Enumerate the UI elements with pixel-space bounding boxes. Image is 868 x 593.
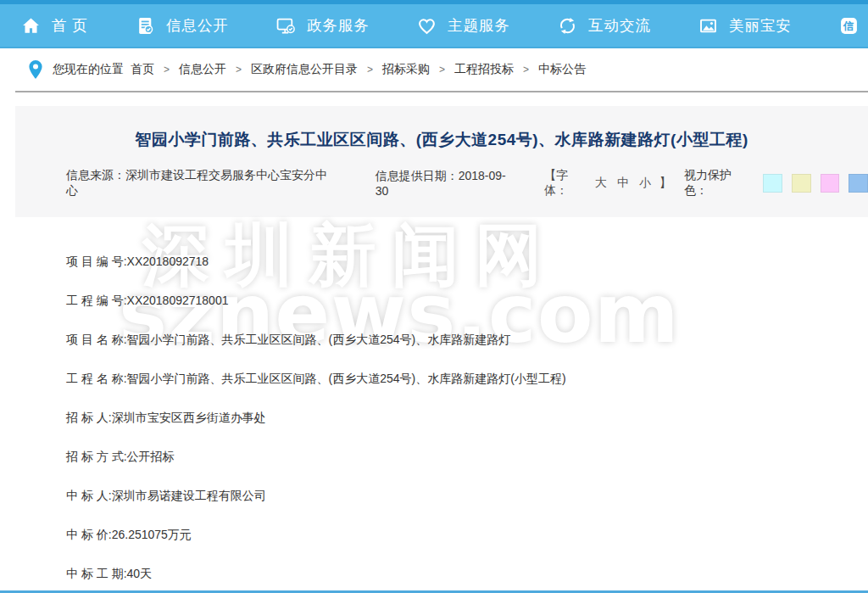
svg-text:信: 信 xyxy=(843,20,855,32)
detail-line-project-no: 项 目 编 号:XX2018092718 xyxy=(66,253,868,270)
credit-badge-icon: 信 xyxy=(839,16,859,36)
eye-color-swatch-blue[interactable] xyxy=(849,174,868,193)
refresh-arrows-icon xyxy=(558,16,577,36)
eye-color-swatch-cyan[interactable] xyxy=(763,174,782,193)
nav-item-home[interactable]: 首 页 xyxy=(21,15,88,36)
image-icon xyxy=(698,16,718,36)
breadcrumb-separator: > xyxy=(523,64,529,76)
nav-item-info-disclosure[interactable]: 信息公开 xyxy=(136,15,229,36)
home-icon xyxy=(21,16,41,36)
detail-line-tender-method: 招 标 方 式:公开招标 xyxy=(66,448,868,465)
eye-color-swatch-yellow[interactable] xyxy=(792,174,811,193)
location-pin-icon xyxy=(28,59,43,80)
nav-item-beautiful-baoan[interactable]: 美丽宝安 xyxy=(698,15,792,36)
font-control-open: 【字体： xyxy=(544,168,590,199)
breadcrumb-separator: > xyxy=(367,64,373,76)
nav-item-label: 首 页 xyxy=(52,15,88,36)
nav-item-interaction[interactable]: 互动交流 xyxy=(558,15,651,36)
detail-line-work-name: 工 程 名 称:智园小学门前路、共乐工业区区间路、(西乡大道254号)、水库路新… xyxy=(66,370,868,387)
breadcrumb-item-procurement[interactable]: 招标采购 xyxy=(382,62,430,77)
info-date: 信息提供日期：2018-09-30 xyxy=(376,169,517,198)
info-source: 信息来源：深圳市建设工程交易服务中心宝安分中心 xyxy=(66,168,336,199)
breadcrumb-item-info[interactable]: 信息公开 xyxy=(179,62,226,77)
nav-item-gov-services[interactable]: 政务服务 xyxy=(276,15,370,36)
breadcrumb-item-bidding[interactable]: 工程招投标 xyxy=(454,62,514,77)
nav-item-credit-baoan[interactable]: 信 信用宝安 xyxy=(839,15,868,36)
article-meta: 信息来源：深圳市建设工程交易服务中心宝安分中心 信息提供日期：2018-09-3… xyxy=(15,173,868,193)
nav-item-theme-services[interactable]: 主题服务 xyxy=(417,15,510,36)
detail-line-winning-price: 中 标 价:26.251075万元 xyxy=(66,526,868,543)
detail-line-winner: 中 标 人:深圳市易诺建设工程有限公司 xyxy=(66,487,868,504)
article-body: 深圳新闻网 sznews.com 项 目 编 号:XX2018092718 工 … xyxy=(0,217,868,582)
font-size-small-button[interactable]: 小 xyxy=(639,176,651,191)
font-control-close: 】 xyxy=(659,176,671,191)
breadcrumb-prefix: 您现在的位置 xyxy=(53,62,124,77)
info-source-label: 信息来源： xyxy=(66,168,125,182)
article-header-panel: 智园小学门前路、共乐工业区区间路、(西乡大道254号)、水库路新建路灯(小型工程… xyxy=(15,106,868,217)
breadcrumb-separator: > xyxy=(439,64,445,76)
eye-protection-label: 视力保护色： xyxy=(684,168,754,199)
breadcrumb-item-award-notice[interactable]: 中标公告 xyxy=(538,62,586,77)
page-title: 智园小学门前路、共乐工业区区间路、(西乡大道254号)、水库路新建路灯(小型工程… xyxy=(15,129,868,151)
detail-line-project-name: 项 目 名 称:智园小学门前路、共乐工业区区间路、(西乡大道254号)、水库路新… xyxy=(66,331,868,348)
nav-item-label: 政务服务 xyxy=(307,15,370,36)
detail-line-work-no: 工 程 编 号:XX2018092718001 xyxy=(66,292,868,309)
detail-line-tenderer: 招 标 人:深圳市宝安区西乡街道办事处 xyxy=(66,409,868,426)
breadcrumb-item-catalog[interactable]: 区政府信息公开目录 xyxy=(251,62,358,77)
font-size-large-button[interactable]: 大 xyxy=(595,176,607,191)
breadcrumb-item-home[interactable]: 首页 xyxy=(131,62,154,77)
heart-icon xyxy=(417,16,437,36)
eye-protection-control: 视力保护色： xyxy=(684,168,868,199)
nav-item-label: 美丽宝安 xyxy=(729,15,792,36)
nav-item-label: 互动交流 xyxy=(588,15,651,36)
breadcrumb-separator: > xyxy=(164,64,170,76)
breadcrumb-separator: > xyxy=(236,64,242,76)
breadcrumb: 您现在的位置 首页 > 信息公开 > 区政府信息公开目录 > 招标采购 > 工程… xyxy=(0,48,868,91)
info-date-label: 信息提供日期： xyxy=(376,169,459,182)
font-size-medium-button[interactable]: 中 xyxy=(617,176,629,191)
top-navigation: 首 页 信息公开 政务服务 主题服务 互动交流 美丽宝安 信 信用宝安 xyxy=(0,0,868,48)
document-check-icon xyxy=(136,16,155,36)
nav-item-label: 主题服务 xyxy=(448,15,510,36)
nav-item-label: 信息公开 xyxy=(166,15,229,36)
eye-color-swatch-pink[interactable] xyxy=(821,174,840,193)
detail-line-duration: 中 标 工 期:40天 xyxy=(66,565,868,582)
font-size-control: 【字体： 大 中 小 】 xyxy=(544,168,671,199)
monitor-check-icon xyxy=(276,16,296,36)
section-divider xyxy=(15,91,868,92)
